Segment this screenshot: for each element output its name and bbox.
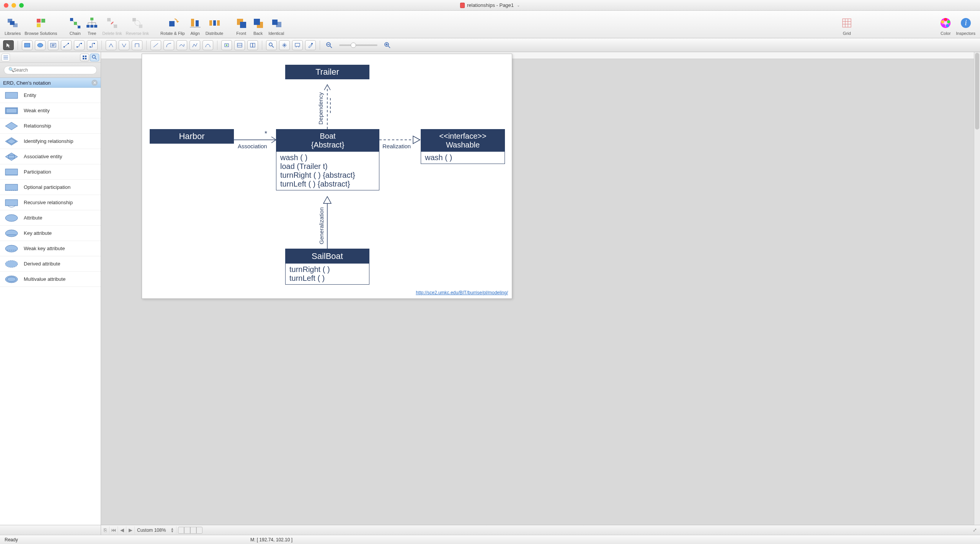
connector-tool-6[interactable] <box>132 40 142 50</box>
text-tool[interactable] <box>48 40 59 50</box>
toolbar-inspectors-button[interactable]: iInspectors <box>955 16 976 36</box>
library-category-header[interactable]: ERD, Chen's notation ✕ <box>0 78 101 88</box>
shape-item[interactable]: Weak key attribute <box>0 241 101 256</box>
page-tab[interactable] <box>178 527 184 534</box>
shape-thumb-icon <box>4 243 19 254</box>
shape-item[interactable]: Optional participation <box>0 180 101 195</box>
snap-tool-2[interactable] <box>234 40 245 50</box>
shape-item[interactable]: Associative entity <box>0 149 101 164</box>
uml-class-title: Trailer <box>285 65 369 79</box>
toolbar-tree-button[interactable]: Tree <box>85 16 99 36</box>
shape-label: Entity <box>24 92 36 98</box>
bezier-tool[interactable] <box>203 40 213 50</box>
shape-item[interactable]: Identifying relationship <box>0 134 101 149</box>
line-tool[interactable] <box>150 40 161 50</box>
status-mouse: M: [ 192.74, 102.10 ] <box>250 537 292 542</box>
shape-thumb-icon <box>4 151 19 162</box>
minimize-window-button[interactable] <box>11 3 16 8</box>
zoom-slider-knob[interactable] <box>351 43 356 48</box>
toolbar-label: Browse Solutions <box>24 31 57 36</box>
svg-rect-33 <box>213 20 216 26</box>
zoom-slider[interactable] <box>339 44 377 46</box>
uml-class-trailer[interactable]: Trailer <box>285 65 369 79</box>
pagebar-toggle[interactable]: ⎘ <box>101 526 109 534</box>
view-grid-icon[interactable] <box>80 54 89 61</box>
presentation-tool[interactable] <box>292 40 303 50</box>
toolbar-rotate-button[interactable]: Rotate & Flip <box>160 16 186 36</box>
pagebar-next[interactable]: ▶ <box>126 526 135 534</box>
svg-rect-25 <box>132 18 136 21</box>
canvas-area[interactable]: Trailer Harbor Boat{Abstract} wash ( )lo… <box>101 52 980 525</box>
citation-link[interactable]: http://sce2.umkc.edu/BIT/burrise/pl/mode… <box>416 290 508 295</box>
page-tabs[interactable] <box>178 527 203 534</box>
zoom-readout[interactable]: Custom 108% <box>135 528 168 533</box>
uml-class-harbor[interactable]: Harbor <box>150 129 234 144</box>
connector-tool-3[interactable] <box>87 40 98 50</box>
page-tab[interactable] <box>196 527 203 534</box>
connector-tool-1[interactable] <box>61 40 72 50</box>
eyedropper-tool[interactable] <box>305 40 316 50</box>
shape-item[interactable]: Relationship <box>0 118 101 134</box>
reverse-link-icon <box>131 16 144 29</box>
toolbar-grid-button[interactable]: Grid <box>840 16 854 36</box>
snap-tool-3[interactable] <box>247 40 258 50</box>
shape-item[interactable]: Entity <box>0 88 101 103</box>
pagebar-prev[interactable]: ◀ <box>118 526 126 534</box>
page-tab[interactable] <box>190 527 196 534</box>
toolbar-solutions-button[interactable]: Browse Solutions <box>24 16 58 36</box>
uml-class-sailboat[interactable]: SailBoat turnRight ( )turnLeft ( ) <box>285 249 369 285</box>
toolbar-color-button[interactable]: Color <box>938 16 953 36</box>
close-window-button[interactable] <box>4 3 8 8</box>
connector-tool-4[interactable] <box>106 40 116 50</box>
scrollbar-thumb[interactable] <box>975 53 979 129</box>
connector-tool-2[interactable] <box>74 40 85 50</box>
page-canvas[interactable]: Trailer Harbor Boat{Abstract} wash ( )lo… <box>142 54 512 299</box>
identical-icon <box>270 16 283 29</box>
connector-tool-5[interactable] <box>119 40 129 50</box>
toolbar-identical-button[interactable]: Identical <box>268 16 285 36</box>
page-tab[interactable] <box>184 527 190 534</box>
view-search-icon[interactable] <box>90 54 99 61</box>
toolbar-libraries-button[interactable]: Libraries <box>4 16 21 36</box>
shape-thumb-icon <box>4 90 19 101</box>
toolbar-back-button[interactable]: Back <box>251 16 265 36</box>
uml-interface-washable[interactable]: <<interface>>Washable wash ( ) <box>421 129 505 164</box>
vertical-scrollbar[interactable] <box>974 52 980 525</box>
status-ready: Ready <box>5 537 101 542</box>
shape-item[interactable]: Attribute <box>0 210 101 226</box>
zoom-out-button[interactable] <box>324 40 335 50</box>
snap-tool-1[interactable] <box>221 40 232 50</box>
close-category-icon[interactable]: ✕ <box>91 80 98 86</box>
zoom-tool[interactable] <box>266 40 277 50</box>
shape-item[interactable]: Multivalue attribute <box>0 272 101 287</box>
uml-class-boat[interactable]: Boat{Abstract} wash ( )load (Trailer t)t… <box>276 129 379 190</box>
shape-item[interactable]: Participation <box>0 164 101 180</box>
libraries-icon <box>6 16 19 29</box>
svg-rect-21 <box>107 18 111 21</box>
chevron-down-icon[interactable]: ⌄ <box>517 3 520 7</box>
pagebar-expand-icon[interactable]: ⤢ <box>969 527 980 533</box>
shape-item[interactable]: Recursive relationship <box>0 195 101 210</box>
toolbar-distribute-button[interactable]: Distribute <box>205 16 224 36</box>
shape-item[interactable]: Key attribute <box>0 226 101 241</box>
shape-item[interactable]: Weak entity <box>0 103 101 118</box>
pagebar-prev-prev[interactable]: ⏮ <box>109 526 118 534</box>
zoom-in-button[interactable] <box>382 40 393 50</box>
shape-item[interactable]: Derived attribute <box>0 256 101 272</box>
rect-tool[interactable] <box>22 40 33 50</box>
uml-class-title: Boat{Abstract} <box>276 129 379 152</box>
pointer-tool[interactable] <box>3 40 14 50</box>
arc-tool[interactable] <box>163 40 174 50</box>
polyline-tool[interactable] <box>189 40 200 50</box>
library-toggle-icon[interactable] <box>2 54 10 61</box>
toolbar-chain-button[interactable]: Chain <box>68 16 82 36</box>
ellipse-tool[interactable] <box>35 40 46 50</box>
svg-rect-30 <box>196 20 199 26</box>
toolbar-front-button[interactable]: Front <box>234 16 248 36</box>
zoom-stepper[interactable]: ▲▼ <box>168 526 176 534</box>
zoom-window-button[interactable] <box>19 3 24 8</box>
library-search-input[interactable] <box>4 66 97 74</box>
toolbar-align-button[interactable]: Align <box>188 16 203 36</box>
pan-tool[interactable] <box>279 40 290 50</box>
spline-tool[interactable] <box>176 40 187 50</box>
